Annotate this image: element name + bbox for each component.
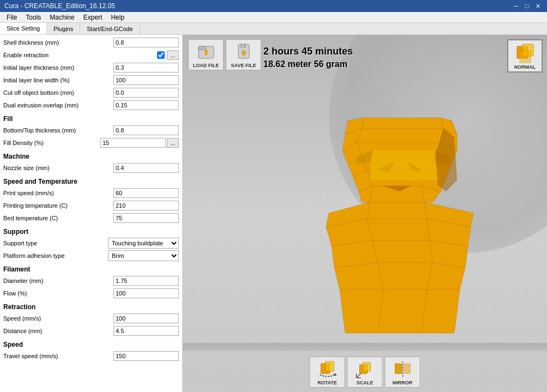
platform-adhesion-label: Platform adhesion type	[3, 252, 108, 259]
normal-view-label: NORMAL	[514, 64, 536, 70]
setting-enable-retraction: Enable retraction ...	[3, 50, 179, 61]
flow-input[interactable]	[113, 288, 179, 298]
setting-fill-density: Fill Density (%) ...	[3, 137, 179, 148]
normal-view-icon	[514, 43, 536, 64]
title-bar: Cura - CREATABLE_Edition_16.12.05 ─ □ ✕	[0, 0, 547, 12]
initial-layer-thickness-input[interactable]	[113, 63, 179, 73]
svg-marker-11	[340, 290, 383, 333]
svg-rect-59	[395, 364, 401, 373]
bottom-top-thickness-input[interactable]	[113, 125, 179, 135]
platform-adhesion-select[interactable]: None Brim Raft	[108, 250, 179, 261]
retraction-options-btn[interactable]: ...	[167, 50, 179, 60]
menu-tools[interactable]: Tools	[21, 13, 45, 22]
enable-retraction-checkbox[interactable]	[157, 51, 165, 59]
flow-label: Flow (%)	[3, 290, 113, 297]
nozzle-size-label: Nozzle size (mm)	[3, 165, 113, 171]
svg-rect-1	[199, 46, 205, 50]
setting-filament-diameter: Diameter (mm)	[3, 275, 179, 286]
print-speed-label: Print speed (mm/s)	[3, 190, 113, 196]
fill-density-input[interactable]	[100, 138, 166, 148]
minimize-button[interactable]: ─	[511, 2, 521, 10]
dual-extrusion-label: Dual extrusion overlap (mm)	[3, 102, 113, 108]
retraction-section-header: Retraction	[3, 303, 179, 311]
retraction-distance-input[interactable]	[113, 326, 179, 336]
print-speed-input[interactable]	[113, 188, 179, 198]
svg-rect-52	[325, 361, 334, 371]
tab-start-end-gcode[interactable]: Start/End-GCode	[80, 23, 140, 34]
setting-platform-adhesion: Platform adhesion type None Brim Raft	[3, 250, 179, 261]
svg-rect-55	[363, 363, 370, 371]
rotate-icon	[317, 359, 337, 379]
setting-nozzle-size: Nozzle size (mm)	[3, 162, 179, 173]
rotate-button[interactable]: ROTATE	[310, 357, 345, 388]
printing-temperature-label: Printing temperature (C)	[3, 202, 113, 209]
main-layout: Shell thickness (mm) Enable retraction .…	[0, 35, 547, 392]
svg-rect-4	[241, 44, 243, 48]
svg-marker-15	[378, 262, 432, 290]
normal-view-button[interactable]: NORMAL	[507, 39, 543, 73]
retraction-speed-label: Speed (mm/s)	[3, 315, 113, 322]
bed-temperature-input[interactable]	[113, 213, 179, 223]
close-button[interactable]: ✕	[533, 2, 543, 10]
support-type-label: Support type	[3, 240, 108, 246]
dual-extrusion-input[interactable]	[113, 100, 179, 110]
3d-model	[312, 71, 503, 346]
load-file-button[interactable]: LOAD FILE	[188, 39, 224, 70]
bottom-top-thickness-label: Bottom/Top thickness (mm)	[3, 127, 113, 134]
filament-diameter-input[interactable]	[113, 276, 179, 286]
app-title: Cura - CREATABLE_Edition_16.12.05	[4, 2, 115, 10]
svg-line-56	[356, 373, 360, 378]
printing-temperature-input[interactable]	[113, 201, 179, 210]
platform-adhesion-select-wrapper: None Brim Raft	[108, 250, 179, 261]
scale-label: SCALE	[357, 380, 374, 385]
scale-button[interactable]: SCALE	[347, 357, 383, 388]
menu-expert[interactable]: Expert	[79, 13, 107, 22]
svg-marker-43	[362, 118, 443, 129]
save-file-button[interactable]: SD SAVE FILE	[226, 39, 261, 70]
nozzle-size-input[interactable]	[113, 163, 179, 173]
svg-marker-23	[367, 202, 427, 219]
retraction-speed-input[interactable]	[113, 313, 179, 323]
initial-layer-linewidth-input[interactable]	[113, 75, 179, 85]
speed-section-header: Speed	[3, 341, 179, 348]
setting-dual-extrusion: Dual extrusion overlap (mm)	[3, 100, 179, 111]
scale-icon	[355, 359, 375, 379]
mirror-button[interactable]: MIRROR	[385, 357, 420, 388]
model-svg	[312, 71, 503, 344]
setting-support-type: Support type None Touching buildplate Ev…	[3, 238, 179, 249]
menu-file[interactable]: File	[2, 13, 21, 22]
initial-layer-linewidth-label: Initial layer line width (%)	[3, 77, 113, 83]
travel-speed-input[interactable]	[113, 351, 179, 361]
menu-help[interactable]: Help	[106, 13, 129, 22]
fill-density-options-btn[interactable]: ...	[167, 138, 179, 148]
svg-rect-60	[404, 364, 410, 373]
bed-temperature-label: Bed temperature (C)	[3, 215, 113, 221]
shell-thickness-label: Shell thickness (mm)	[3, 39, 113, 46]
rotate-label: ROTATE	[317, 380, 337, 385]
cutoff-bottom-input[interactable]	[113, 88, 179, 98]
setting-retraction-speed: Speed (mm/s)	[3, 313, 179, 324]
retraction-checkbox-container: ...	[157, 50, 179, 60]
enable-retraction-label: Enable retraction	[3, 52, 157, 58]
print-filament: 18.62 meter 56 gram	[263, 58, 353, 70]
menu-machine[interactable]: Machine	[45, 13, 79, 22]
view-toolbar: LOAD FILE SD SAVE FILE	[188, 39, 261, 70]
svg-marker-18	[372, 240, 432, 262]
support-type-select[interactable]: None Touching buildplate Everywhere	[108, 238, 179, 249]
print-time: 2 hours 45 minutes	[263, 45, 353, 58]
filament-section-header: Filament	[3, 266, 179, 273]
setting-print-speed: Print speed (mm/s)	[3, 188, 179, 198]
setting-bottom-top-thickness: Bottom/Top thickness (mm)	[3, 125, 179, 136]
filament-diameter-label: Diameter (mm)	[3, 278, 113, 284]
setting-printing-temperature: Printing temperature (C)	[3, 200, 179, 211]
mirror-icon	[393, 359, 412, 379]
tab-slice-setting[interactable]: Slice Setting	[0, 23, 47, 34]
load-file-label: LOAD FILE	[193, 63, 219, 68]
maximize-button[interactable]: □	[522, 2, 532, 10]
support-type-select-wrapper: None Touching buildplate Everywhere	[108, 238, 179, 249]
shell-thickness-input[interactable]	[113, 38, 179, 47]
machine-section-header: Machine	[3, 153, 179, 160]
tab-plugins[interactable]: Plugins	[47, 23, 80, 34]
svg-marker-49	[370, 150, 441, 180]
menu-bar: File Tools Machine Expert Help	[0, 12, 547, 23]
